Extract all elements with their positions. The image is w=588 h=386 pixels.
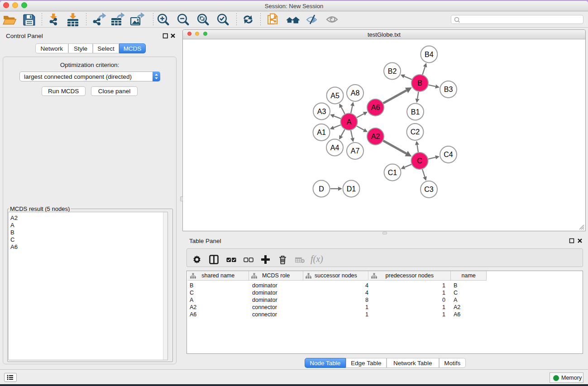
svg-text:C3: C3 <box>424 186 434 193</box>
svg-text:B3: B3 <box>444 86 453 93</box>
svg-text:D: D <box>319 185 324 193</box>
svg-text:C2: C2 <box>411 128 420 136</box>
svg-text:A4: A4 <box>330 144 339 152</box>
svg-text:B1: B1 <box>411 108 420 116</box>
svg-text:A5: A5 <box>330 92 339 100</box>
svg-text:B: B <box>417 79 422 87</box>
svg-text:C: C <box>417 157 422 165</box>
svg-text:B4: B4 <box>425 51 434 58</box>
svg-text:B2: B2 <box>388 67 397 75</box>
svg-text:A2: A2 <box>371 133 380 140</box>
svg-text:A6: A6 <box>371 104 380 111</box>
svg-text:A7: A7 <box>351 147 360 155</box>
svg-text:C4: C4 <box>444 151 453 158</box>
svg-text:D1: D1 <box>347 185 356 193</box>
svg-text:A: A <box>347 118 352 126</box>
svg-text:A8: A8 <box>351 89 360 97</box>
svg-text:C1: C1 <box>388 169 397 176</box>
svg-text:A3: A3 <box>317 108 326 115</box>
svg-text:A1: A1 <box>317 129 326 136</box>
